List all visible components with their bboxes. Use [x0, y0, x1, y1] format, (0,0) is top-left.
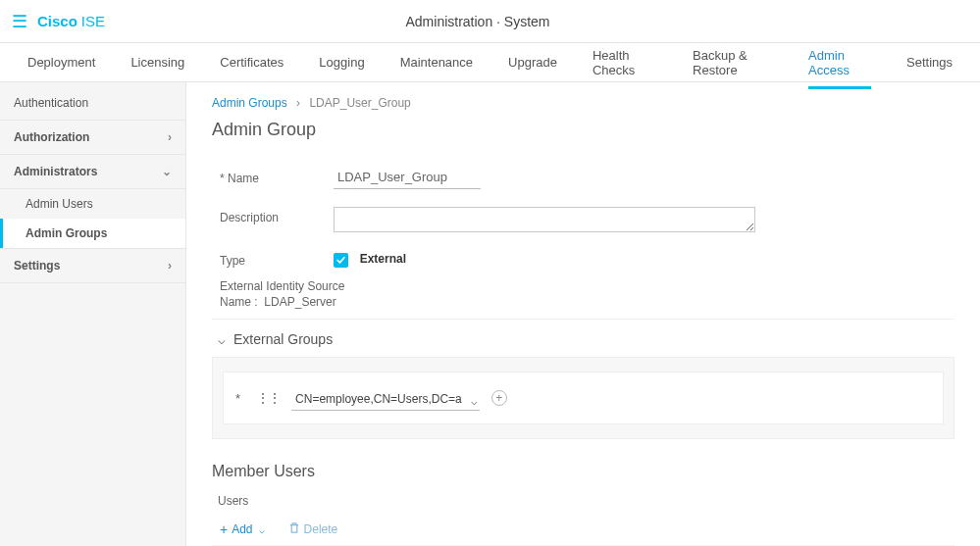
member-users-title: Member Users — [212, 463, 954, 480]
chevron-down-icon: ⌄ — [162, 165, 172, 178]
ext-source-name: Name : LDAP_Server — [220, 295, 954, 309]
sidebar: AuthenticationAuthorization›Administrato… — [0, 82, 186, 546]
row-name: * Name — [212, 160, 954, 199]
breadcrumb: Admin Groups › LDAP_User_Group — [212, 96, 954, 110]
brand-suffix: ISE — [81, 13, 105, 29]
plus-icon: + — [220, 521, 228, 537]
name-label: * Name — [220, 168, 314, 185]
external-groups-title: External Groups — [233, 331, 333, 347]
page-context-title: Administration · System — [105, 14, 851, 29]
type-label: Type — [220, 250, 314, 268]
tab-health-checks[interactable]: Health Checks — [593, 36, 657, 89]
drag-handle-icon[interactable]: ⋮⋮ — [256, 390, 280, 406]
sidebar-item-settings[interactable]: Settings› — [0, 249, 185, 283]
row-description: Description — [212, 199, 954, 242]
tab-settings[interactable]: Settings — [906, 43, 953, 81]
tab-licensing[interactable]: Licensing — [130, 43, 184, 81]
sidebar-item-authentication[interactable]: Authentication — [0, 86, 185, 121]
chevron-right-icon: › — [168, 259, 172, 273]
page-title: Admin Group — [212, 120, 954, 140]
chevron-right-icon: › — [168, 130, 172, 144]
chevron-down-icon: ⌵ — [218, 332, 226, 347]
chevron-down-icon: ⌵ — [471, 395, 478, 408]
check-icon — [335, 255, 346, 266]
delete-button[interactable]: Delete — [288, 521, 338, 537]
required-asterisk: * — [235, 391, 240, 406]
external-group-row: * ⋮⋮ CN=employee,CN=Users,DC=a ⌵ + — [223, 372, 944, 424]
table-actions: + Add ⌵ Delete — [212, 521, 954, 537]
chevron-right-icon: › — [296, 96, 300, 110]
description-input[interactable] — [334, 207, 755, 232]
external-groups-header[interactable]: ⌵ External Groups — [212, 331, 954, 347]
name-input[interactable] — [334, 168, 481, 189]
external-checkbox[interactable] — [334, 253, 348, 268]
description-label: Description — [220, 207, 314, 224]
tab-certificates[interactable]: Certificates — [220, 43, 284, 81]
tab-upgrade[interactable]: Upgrade — [508, 43, 557, 81]
tab-backup-restore[interactable]: Backup & Restore — [693, 36, 773, 89]
external-group-select[interactable]: CN=employee,CN=Users,DC=a ⌵ — [291, 391, 480, 406]
sidebar-item-admin-groups[interactable]: Admin Groups — [0, 219, 185, 248]
type-value: External — [360, 252, 406, 266]
breadcrumb-current: LDAP_User_Group — [309, 96, 410, 110]
top-tabs: DeploymentLicensingCertificatesLoggingMa… — [0, 43, 980, 82]
tab-deployment[interactable]: Deployment — [27, 43, 95, 81]
users-label: Users — [218, 494, 954, 508]
ext-source-label: External Identity Source — [220, 279, 954, 293]
tab-admin-access[interactable]: Admin Access — [808, 36, 871, 89]
chevron-down-icon: ⌵ — [259, 524, 265, 535]
main-content: Admin Groups › LDAP_User_Group Admin Gro… — [186, 82, 980, 546]
external-groups-block: * ⋮⋮ CN=employee,CN=Users,DC=a ⌵ + — [212, 357, 954, 439]
sidebar-item-authorization[interactable]: Authorization› — [0, 121, 185, 155]
trash-icon — [288, 521, 300, 537]
row-type: Type External — [212, 242, 954, 277]
brand-name: Cisco — [37, 13, 77, 29]
add-group-button[interactable]: + — [491, 390, 507, 406]
tab-logging[interactable]: Logging — [319, 43, 364, 81]
menu-icon[interactable]: ☰ — [12, 11, 27, 32]
sidebar-item-administrators[interactable]: Administrators⌄ — [0, 155, 185, 189]
tab-maintenance[interactable]: Maintenance — [400, 43, 473, 81]
sidebar-item-admin-users[interactable]: Admin Users — [0, 189, 185, 219]
breadcrumb-root[interactable]: Admin Groups — [212, 96, 287, 110]
add-button[interactable]: + Add ⌵ — [220, 521, 265, 537]
